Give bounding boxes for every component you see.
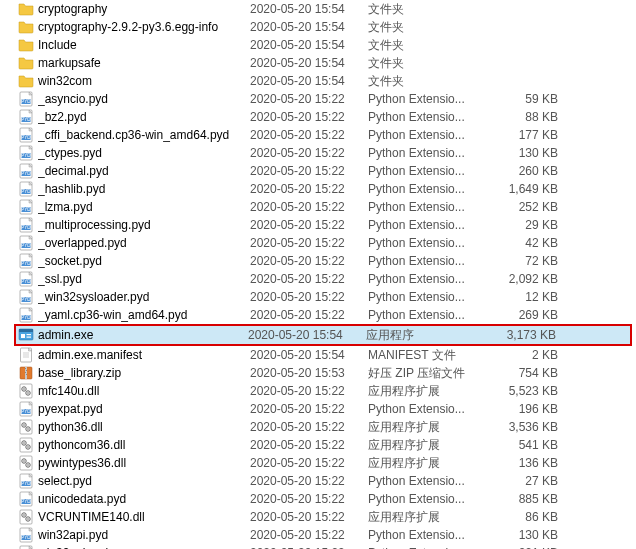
file-row[interactable]: PYD_ctypes.pyd2020-05-20 15:22Python Ext… <box>18 144 636 162</box>
file-type: 应用程序 <box>366 326 476 344</box>
pyd-icon: PYD <box>18 109 34 125</box>
folder-icon <box>18 55 34 71</box>
file-row[interactable]: VCRUNTIME140.dll2020-05-20 15:22应用程序扩展86… <box>18 508 636 526</box>
file-name: Include <box>38 36 250 54</box>
file-name: cryptography <box>38 0 250 18</box>
svg-rect-55 <box>27 334 32 335</box>
file-name: _decimal.pyd <box>38 162 250 180</box>
file-row[interactable]: pythoncom36.dll2020-05-20 15:22应用程序扩展541… <box>18 436 636 454</box>
file-name: pythoncom36.dll <box>38 436 250 454</box>
file-date: 2020-05-20 15:22 <box>250 216 368 234</box>
file-date: 2020-05-20 15:54 <box>248 326 366 344</box>
svg-text:PYD: PYD <box>21 243 31 248</box>
file-name: _ssl.pyd <box>38 270 250 288</box>
file-row[interactable]: admin.exe2020-05-20 15:54应用程序3,173 KB <box>14 324 632 346</box>
svg-text:PYD: PYD <box>21 535 31 540</box>
file-type: Python Extensio... <box>368 526 478 544</box>
file-row[interactable]: PYD_multiprocessing.pyd2020-05-20 15:22P… <box>18 216 636 234</box>
file-name: _win32sysloader.pyd <box>38 288 250 306</box>
file-date: 2020-05-20 15:54 <box>250 36 368 54</box>
svg-text:PYD: PYD <box>21 297 31 302</box>
file-size: 260 KB <box>478 162 562 180</box>
file-size: 42 KB <box>478 234 562 252</box>
file-row[interactable]: cryptography2020-05-20 15:54文件夹 <box>18 0 636 18</box>
file-row[interactable]: PYDunicodedata.pyd2020-05-20 15:22Python… <box>18 490 636 508</box>
file-date: 2020-05-20 15:22 <box>250 306 368 324</box>
pyd-icon: PYD <box>18 289 34 305</box>
file-size: 2 KB <box>478 346 562 364</box>
file-type: Python Extensio... <box>368 400 478 418</box>
file-row[interactable]: PYD_cffi_backend.cp36-win_amd64.pyd2020-… <box>18 126 636 144</box>
file-size: 269 KB <box>478 306 562 324</box>
file-type: Python Extensio... <box>368 144 478 162</box>
dll-icon <box>18 455 34 471</box>
file-row[interactable]: mfc140u.dll2020-05-20 15:22应用程序扩展5,523 K… <box>18 382 636 400</box>
file-date: 2020-05-20 15:22 <box>250 436 368 454</box>
file-row[interactable]: PYD_bz2.pyd2020-05-20 15:22Python Extens… <box>18 108 636 126</box>
file-date: 2020-05-20 15:22 <box>250 526 368 544</box>
file-date: 2020-05-20 15:22 <box>250 126 368 144</box>
file-name: _overlapped.pyd <box>38 234 250 252</box>
file-name: admin.exe.manifest <box>38 346 250 364</box>
svg-rect-68 <box>20 384 32 398</box>
file-type: 应用程序扩展 <box>368 436 478 454</box>
file-type: 应用程序扩展 <box>368 508 478 526</box>
file-date: 2020-05-20 15:22 <box>250 234 368 252</box>
file-row[interactable]: PYDwin32gui.pyd2020-05-20 15:22Python Ex… <box>18 544 636 549</box>
file-size: 130 KB <box>478 144 562 162</box>
file-type: Python Extensio... <box>368 216 478 234</box>
file-name: markupsafe <box>38 54 250 72</box>
file-type: Python Extensio... <box>368 180 478 198</box>
exe-icon <box>18 327 34 343</box>
svg-text:PYD: PYD <box>21 135 31 140</box>
zip-icon <box>18 365 34 381</box>
file-size: 86 KB <box>478 508 562 526</box>
file-list[interactable]: cryptography2020-05-20 15:54文件夹cryptogra… <box>0 0 636 549</box>
file-name: _ctypes.pyd <box>38 144 250 162</box>
file-row[interactable]: PYD_socket.pyd2020-05-20 15:22Python Ext… <box>18 252 636 270</box>
pyd-icon: PYD <box>18 199 34 215</box>
file-row[interactable]: PYD_win32sysloader.pyd2020-05-20 15:22Py… <box>18 288 636 306</box>
folder-icon <box>18 73 34 89</box>
dll-icon <box>18 437 34 453</box>
file-date: 2020-05-20 15:22 <box>250 400 368 418</box>
file-row[interactable]: PYD_lzma.pyd2020-05-20 15:22Python Exten… <box>18 198 636 216</box>
file-row[interactable]: base_library.zip2020-05-20 15:53好压 ZIP 压… <box>18 364 636 382</box>
file-row[interactable]: PYD_overlapped.pyd2020-05-20 15:22Python… <box>18 234 636 252</box>
file-size: 2,092 KB <box>478 270 562 288</box>
svg-text:PYD: PYD <box>21 261 31 266</box>
file-type: Python Extensio... <box>368 490 478 508</box>
file-row[interactable]: PYD_asyncio.pyd2020-05-20 15:22Python Ex… <box>18 90 636 108</box>
file-row[interactable]: PYD_hashlib.pyd2020-05-20 15:22Python Ex… <box>18 180 636 198</box>
file-row[interactable]: PYDwin32api.pyd2020-05-20 15:22Python Ex… <box>18 526 636 544</box>
file-name: _multiprocessing.pyd <box>38 216 250 234</box>
file-date: 2020-05-20 15:22 <box>250 252 368 270</box>
file-date: 2020-05-20 15:54 <box>250 18 368 36</box>
file-row[interactable]: win32com2020-05-20 15:54文件夹 <box>18 72 636 90</box>
file-row[interactable]: PYD_ssl.pyd2020-05-20 15:22Python Extens… <box>18 270 636 288</box>
file-name: select.pyd <box>38 472 250 490</box>
file-row[interactable]: admin.exe.manifest2020-05-20 15:54MANIFE… <box>18 346 636 364</box>
file-row[interactable]: Include2020-05-20 15:54文件夹 <box>18 36 636 54</box>
file-row[interactable]: PYDselect.pyd2020-05-20 15:22Python Exte… <box>18 472 636 490</box>
file-size: 196 KB <box>478 400 562 418</box>
file-row[interactable]: python36.dll2020-05-20 15:22应用程序扩展3,536 … <box>18 418 636 436</box>
file-row[interactable]: PYD_decimal.pyd2020-05-20 15:22Python Ex… <box>18 162 636 180</box>
file-type: 文件夹 <box>368 18 478 36</box>
file-row[interactable]: pywintypes36.dll2020-05-20 15:22应用程序扩展13… <box>18 454 636 472</box>
file-type: 好压 ZIP 压缩文件 <box>368 364 478 382</box>
file-date: 2020-05-20 15:22 <box>250 544 368 549</box>
file-name: VCRUNTIME140.dll <box>38 508 250 526</box>
file-row[interactable]: cryptography-2.9.2-py3.6.egg-info2020-05… <box>18 18 636 36</box>
svg-point-91 <box>27 464 29 466</box>
file-row[interactable]: PYDpyexpat.pyd2020-05-20 15:22Python Ext… <box>18 400 636 418</box>
file-date: 2020-05-20 15:22 <box>250 288 368 306</box>
file-date: 2020-05-20 15:22 <box>250 472 368 490</box>
file-type: Python Extensio... <box>368 162 478 180</box>
file-name: _hashlib.pyd <box>38 180 250 198</box>
file-name: cryptography-2.9.2-py3.6.egg-info <box>38 18 250 36</box>
file-row[interactable]: markupsafe2020-05-20 15:54文件夹 <box>18 54 636 72</box>
pyd-icon: PYD <box>18 271 34 287</box>
file-size: 72 KB <box>478 252 562 270</box>
file-row[interactable]: PYD_yaml.cp36-win_amd64.pyd2020-05-20 15… <box>18 306 636 324</box>
